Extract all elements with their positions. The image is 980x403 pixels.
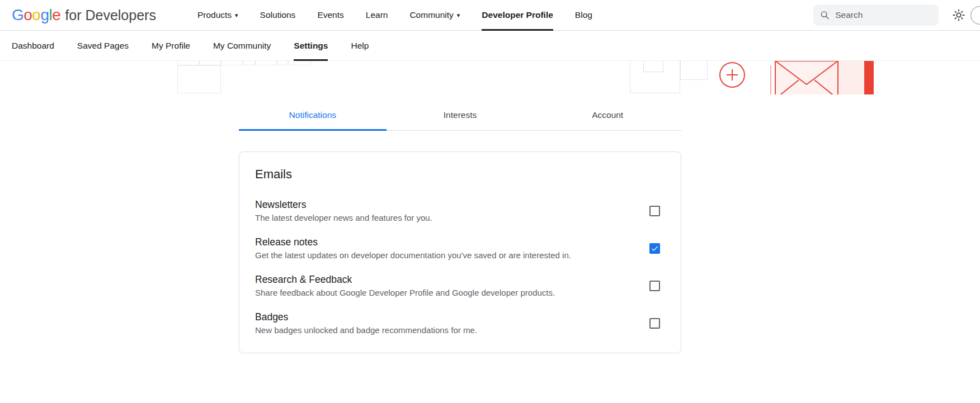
logo-suffix: for Developers — [65, 7, 156, 23]
email-setting-description: Get the latest updates on developer docu… — [255, 250, 571, 261]
logo-letter: g — [40, 6, 49, 23]
top-header: Google for Developers Products ▾ Solutio… — [0, 0, 980, 31]
decor-grid-square — [277, 61, 288, 65]
nav-label: Community — [409, 10, 453, 20]
search-icon — [820, 10, 830, 21]
decor-doc-outline — [680, 61, 708, 80]
google-for-developers-logo[interactable]: Google for Developers — [12, 6, 156, 24]
search-box[interactable] — [813, 4, 939, 26]
decor-grid-square — [177, 65, 221, 93]
emails-card: Emails Newsletters The latest developer … — [239, 151, 681, 353]
email-setting-title: Release notes — [255, 236, 571, 249]
newsletters-checkbox[interactable] — [649, 206, 660, 216]
nav-community[interactable]: Community ▾ — [409, 0, 460, 31]
nav-solutions[interactable]: Solutions — [260, 0, 296, 31]
google-wordmark: Google — [12, 6, 60, 24]
email-setting-title: Badges — [255, 311, 477, 324]
email-setting-row: Newsletters The latest developer news an… — [255, 198, 660, 224]
decor-doc-page — [643, 61, 663, 72]
settings-tabs: Notifications Interests Account — [239, 102, 681, 131]
nav-events[interactable]: Events — [317, 0, 343, 31]
email-setting-title: Research & Feedback — [255, 273, 555, 286]
decor-grid-square — [288, 61, 311, 65]
logo-letter: o — [23, 6, 32, 23]
email-setting-title: Newsletters — [255, 198, 432, 211]
release-notes-checkbox[interactable] — [649, 243, 660, 254]
theme-toggle-button[interactable] — [951, 7, 967, 23]
settings-content: Notifications Interests Account Emails N… — [239, 102, 681, 353]
decor-grid-square — [199, 61, 221, 65]
subnav-my-profile[interactable]: My Profile — [152, 31, 190, 61]
primary-nav: Products ▾ Solutions Events Learn Commun… — [197, 0, 614, 31]
email-setting-description: Share feedback about Google Developer Pr… — [255, 287, 555, 298]
envelope-icon — [767, 61, 844, 94]
email-setting-text: Badges New badges unlocked and badge rec… — [255, 311, 477, 336]
email-setting-text: Research & Feedback Share feedback about… — [255, 273, 555, 298]
tab-notifications[interactable]: Notifications — [239, 102, 387, 131]
nav-learn[interactable]: Learn — [366, 0, 388, 31]
subnav-my-community[interactable]: My Community — [213, 31, 271, 61]
badges-checkbox[interactable] — [649, 318, 660, 329]
check-icon — [651, 244, 659, 253]
nav-products[interactable]: Products ▾ — [197, 0, 238, 31]
subnav-help[interactable]: Help — [351, 31, 369, 61]
chevron-down-icon: ▾ — [457, 12, 460, 18]
tab-account[interactable]: Account — [534, 102, 681, 131]
logo-letter: e — [52, 6, 60, 23]
add-circle-icon — [719, 62, 745, 88]
search-input[interactable] — [835, 10, 932, 20]
email-setting-row: Research & Feedback Share feedback about… — [255, 273, 660, 298]
card-title: Emails — [255, 168, 660, 181]
email-setting-text: Newsletters The latest developer news an… — [255, 198, 432, 224]
logo-letter: G — [12, 6, 23, 23]
tab-interests[interactable]: Interests — [387, 102, 534, 131]
research-feedback-checkbox[interactable] — [649, 281, 660, 291]
decorative-banner — [0, 61, 980, 94]
email-setting-text: Release notes Get the latest updates on … — [255, 236, 571, 261]
chevron-down-icon: ▾ — [235, 12, 238, 18]
red-accent-bar — [864, 61, 874, 94]
decor-grid-square — [221, 61, 243, 65]
logo-letter: o — [32, 6, 40, 23]
decor-grid-square — [243, 61, 255, 65]
profile-subnav: Dashboard Saved Pages My Profile My Comm… — [0, 31, 980, 61]
subnav-saved-pages[interactable]: Saved Pages — [77, 31, 129, 61]
email-setting-row: Badges New badges unlocked and badge rec… — [255, 311, 660, 336]
decor-grid-square — [255, 61, 277, 65]
email-setting-description: The latest developer news and features f… — [255, 212, 432, 224]
subnav-dashboard[interactable]: Dashboard — [12, 31, 54, 61]
subnav-settings[interactable]: Settings — [294, 31, 328, 61]
nav-blog[interactable]: Blog — [575, 0, 592, 31]
email-setting-row: Release notes Get the latest updates on … — [255, 236, 660, 261]
sun-icon — [953, 9, 965, 21]
decor-grid-square — [177, 61, 199, 65]
nav-label: Products — [197, 10, 232, 20]
email-setting-description: New badges unlocked and badge recommenda… — [255, 325, 477, 336]
nav-developer-profile[interactable]: Developer Profile — [482, 0, 553, 31]
user-avatar[interactable] — [970, 6, 980, 25]
